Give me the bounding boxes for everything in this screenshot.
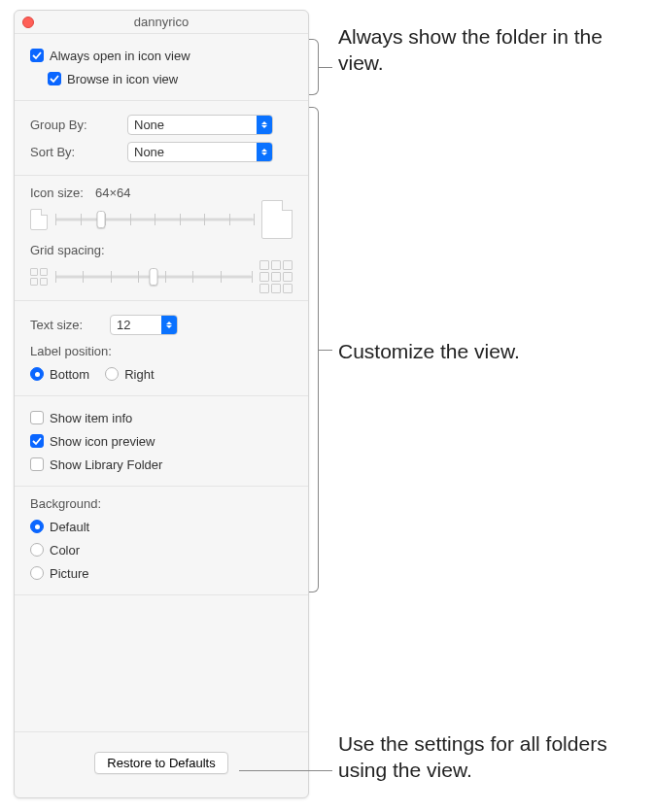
show-info-label: Show item info [50, 411, 132, 425]
show-library-label: Show Library Folder [50, 457, 162, 472]
background-picture-option[interactable]: Picture [30, 561, 293, 585]
section-text-label: Text size: 12 Label position: Bottom Rig… [15, 301, 308, 396]
checkmark-icon [32, 436, 42, 446]
show-library-checkbox[interactable] [30, 457, 44, 471]
restore-defaults-label: Restore to Defaults [107, 756, 215, 770]
background-default-text: Default [50, 520, 89, 534]
stepper-icon [257, 143, 272, 161]
radio-icon [30, 543, 44, 557]
text-size-value: 12 [111, 318, 161, 332]
background-default-option[interactable]: Default [30, 515, 293, 538]
sort-by-select[interactable]: None [127, 142, 273, 162]
window-title: dannyrico [15, 15, 308, 29]
sort-by-label: Sort By: [30, 145, 127, 159]
section-icon-grid: Icon size: 64×64 Grid spacing: [15, 176, 308, 301]
grid-loose-icon [259, 260, 293, 293]
label-pos-right-option[interactable]: Right [105, 362, 154, 386]
icon-size-slider[interactable] [55, 210, 254, 229]
grid-spacing-label: Grid spacing: [30, 243, 105, 257]
icon-size-label: Icon size: [30, 186, 84, 200]
background-color-option[interactable]: Color [30, 538, 293, 561]
bracket-1 [309, 39, 319, 95]
browse-checkbox[interactable] [48, 72, 61, 85]
background-picture-text: Picture [50, 566, 88, 581]
show-preview-checkbox[interactable] [30, 434, 44, 448]
browse-label: Browse in icon view [67, 72, 178, 86]
checkmark-icon [32, 51, 42, 60]
label-pos-bottom-option[interactable]: Bottom [30, 362, 89, 386]
checkmark-icon [50, 74, 59, 84]
text-size-label: Text size: [30, 318, 104, 332]
lead-1 [319, 67, 332, 68]
lead-2 [319, 350, 332, 351]
section-show: Show item info Show icon preview Show Li… [15, 396, 308, 487]
restore-defaults-button[interactable]: Restore to Defaults [94, 752, 227, 774]
titlebar: dannyrico [15, 11, 308, 34]
radio-icon [30, 367, 44, 381]
section-group-sort: Group By: None Sort By: None [15, 101, 308, 176]
section-always-open: Always open in icon view Browse in icon … [15, 34, 308, 101]
label-pos-bottom-text: Bottom [50, 367, 89, 382]
grid-tight-icon [30, 268, 48, 286]
lead-3 [239, 770, 332, 771]
annotation-2: Customize the view. [338, 338, 630, 364]
footer: Restore to Defaults [15, 731, 308, 797]
document-small-icon [30, 209, 48, 230]
background-label: Background: [30, 496, 293, 511]
view-options-window: dannyrico Always open in icon view Brows… [14, 10, 309, 798]
grid-spacing-slider[interactable] [55, 267, 252, 287]
bracket-2 [309, 107, 319, 592]
radio-icon [30, 520, 44, 533]
label-pos-right-text: Right [124, 367, 154, 382]
text-size-select[interactable]: 12 [110, 315, 178, 335]
show-preview-label: Show icon preview [50, 434, 155, 449]
close-icon[interactable] [22, 17, 34, 28]
annotation-3: Use the settings for all folders using t… [338, 730, 630, 784]
section-background: Background: Default Color Picture [15, 487, 308, 595]
always-open-label: Always open in icon view [50, 49, 190, 63]
group-by-label: Group By: [30, 118, 127, 132]
always-open-checkbox[interactable] [30, 49, 44, 62]
stepper-icon [257, 116, 272, 134]
radio-icon [30, 566, 44, 580]
sort-by-value: None [128, 145, 257, 159]
stepper-icon [161, 316, 177, 334]
group-by-select[interactable]: None [127, 115, 273, 135]
show-info-checkbox[interactable] [30, 411, 44, 424]
icon-size-value: 64×64 [95, 186, 131, 200]
background-color-text: Color [50, 543, 80, 558]
label-position-label: Label position: [30, 344, 293, 358]
radio-icon [105, 367, 119, 381]
document-large-icon [261, 200, 293, 239]
group-by-value: None [128, 118, 257, 132]
annotation-1: Always show the folder in the view. [338, 23, 630, 77]
